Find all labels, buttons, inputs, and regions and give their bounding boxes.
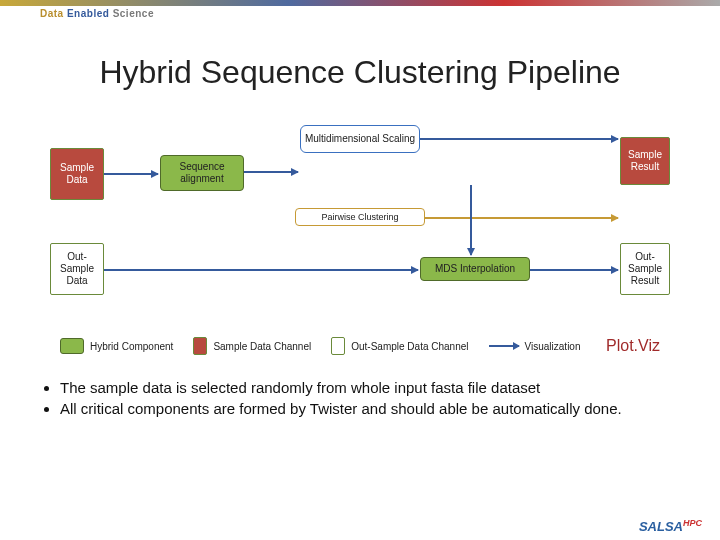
node-mds: Multidimensional Scaling	[300, 125, 420, 153]
brand-part3: Science	[113, 8, 154, 19]
bullet-item: The sample data is selected randomly fro…	[60, 379, 680, 396]
legend-sample-channel: Sample Data Channel	[193, 337, 311, 355]
bullet-list: The sample data is selected randomly fro…	[40, 379, 680, 417]
legend-visualization: Visualization	[489, 341, 581, 352]
brand-bar	[0, 0, 720, 6]
legend-row: Hybrid Component Sample Data Channel Out…	[0, 337, 720, 355]
node-mds-interpolation: MDS Interpolation	[420, 257, 530, 281]
footer-logo-sub: HPC	[683, 518, 702, 528]
pipeline-diagram: Sample Data Sequence alignment Multidime…	[0, 113, 720, 333]
node-sample-result: Sample Result	[620, 137, 670, 185]
brand-text: Data Enabled Science	[40, 8, 154, 19]
footer-logo-text: SALSA	[639, 519, 683, 534]
brand-part1: Data	[40, 8, 67, 19]
arrow-pairwise-to-sampleresult	[425, 217, 618, 219]
legend-visualization-label: Visualization	[525, 341, 581, 352]
arrow-sampleresult-to-mdsinterp	[470, 185, 472, 255]
plotviz-label: Plot.Viz	[606, 337, 660, 355]
node-out-sample-data: Out-Sample Data	[50, 243, 104, 295]
node-sequence-alignment: Sequence alignment	[160, 155, 244, 191]
node-pairwise-clustering: Pairwise Clustering	[295, 208, 425, 226]
legend-out-channel: Out-Sample Data Channel	[331, 337, 468, 355]
brand-part2: Enabled	[67, 8, 113, 19]
swatch-sample-channel	[193, 337, 207, 355]
legend-hybrid: Hybrid Component	[60, 338, 173, 354]
legend-sample-channel-label: Sample Data Channel	[213, 341, 311, 352]
arrow-seqalign-to-mds	[244, 171, 298, 173]
swatch-hybrid	[60, 338, 84, 354]
bullet-item: All critical components are formed by Tw…	[60, 400, 680, 417]
node-sample-data: Sample Data	[50, 148, 104, 200]
footer-logo: SALSAHPC	[639, 518, 702, 534]
arrow-sampledata-to-seqalign	[104, 173, 158, 175]
arrow-mdsinterp-to-outresult	[530, 269, 618, 271]
legend-arrow-icon	[489, 345, 519, 347]
page-title: Hybrid Sequence Clustering Pipeline	[0, 54, 720, 91]
legend-hybrid-label: Hybrid Component	[90, 341, 173, 352]
swatch-out-channel	[331, 337, 345, 355]
node-out-sample-result: Out-Sample Result	[620, 243, 670, 295]
arrow-mds-to-sampleresult	[420, 138, 618, 140]
legend-out-channel-label: Out-Sample Data Channel	[351, 341, 468, 352]
arrow-outdata-to-mdsinterp	[104, 269, 418, 271]
